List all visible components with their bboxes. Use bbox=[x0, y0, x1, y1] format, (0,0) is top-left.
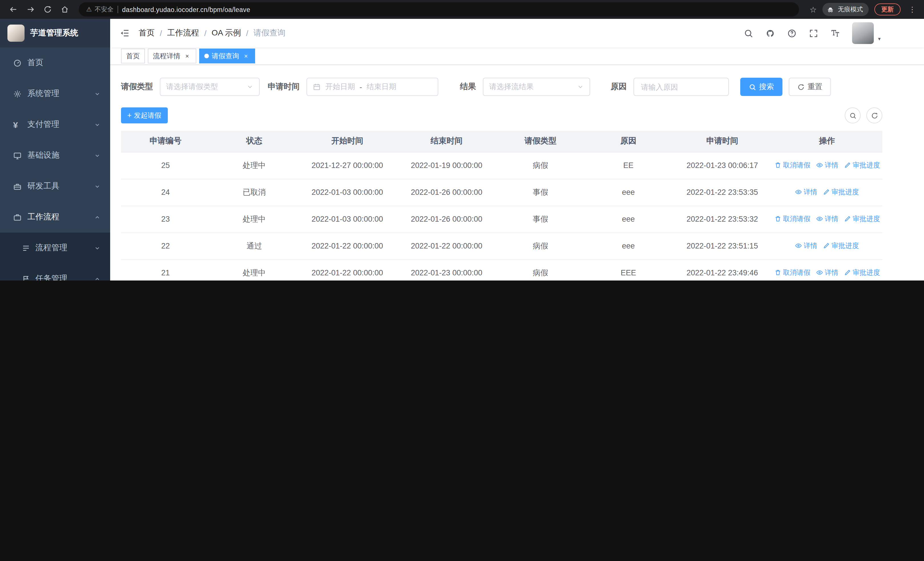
apply-time-range-picker[interactable]: 开始日期 - 结束日期 bbox=[306, 78, 438, 96]
github-icon[interactable] bbox=[766, 28, 776, 38]
cell-apply_time: 2022-01-22 23:49:46 bbox=[673, 259, 772, 281]
detail-action-link[interactable]: 详情 bbox=[816, 161, 838, 170]
leave-type-select[interactable]: 请选择请假类型 bbox=[160, 78, 260, 96]
cell-actions: 取消请假详情审批进度 bbox=[772, 206, 882, 233]
col-operations: 操作 bbox=[772, 131, 882, 152]
reset-button[interactable]: 重置 bbox=[789, 78, 831, 96]
cell-actions: 详情审批进度 bbox=[772, 233, 882, 259]
create-leave-button[interactable]: 发起请假 bbox=[121, 107, 168, 123]
col-reason: 原因 bbox=[584, 131, 673, 152]
flag-icon bbox=[22, 275, 31, 281]
col-apply-time: 申请时间 bbox=[673, 131, 772, 152]
edit-icon bbox=[844, 162, 851, 169]
progress-action-link[interactable]: 审批进度 bbox=[844, 161, 880, 170]
dashboard-icon bbox=[13, 59, 22, 67]
sidebar-item-system[interactable]: 系统管理 bbox=[0, 78, 110, 109]
chrome-update-button[interactable]: 更新 bbox=[874, 3, 901, 15]
chevron-up-icon bbox=[94, 214, 100, 220]
close-icon[interactable] bbox=[242, 52, 250, 60]
start-date-placeholder: 开始日期 bbox=[325, 82, 355, 92]
eye-icon bbox=[816, 162, 823, 169]
edit-icon bbox=[844, 216, 851, 223]
cell-start: 2022-01-22 00:00:00 bbox=[298, 259, 396, 281]
forward-button[interactable] bbox=[23, 2, 38, 17]
search-icon[interactable] bbox=[744, 28, 754, 38]
cell-reason: EE bbox=[584, 152, 673, 179]
cell-status: 处理中 bbox=[210, 259, 298, 281]
fullscreen-icon[interactable] bbox=[809, 28, 819, 38]
caret-down-icon[interactable] bbox=[878, 36, 880, 44]
detail-action-link[interactable]: 详情 bbox=[795, 187, 817, 197]
progress-action-link[interactable]: 审批进度 bbox=[823, 187, 859, 197]
sidebar-item-devtools[interactable]: 研发工具 bbox=[0, 171, 110, 202]
chevron-down-icon bbox=[577, 83, 584, 90]
progress-action-link[interactable]: 审批进度 bbox=[844, 268, 880, 278]
table-row: 25处理中2021-12-27 00:00:002022-01-19 00:00… bbox=[121, 152, 882, 179]
search-form: 请假类型 请选择请假类型 申请时间 开始日期 - 结束日期 结果 请选择流 bbox=[121, 78, 882, 96]
toggle-search-button[interactable] bbox=[844, 107, 861, 123]
font-size-icon[interactable] bbox=[831, 28, 840, 38]
cancel-action-link[interactable]: 取消请假 bbox=[774, 214, 810, 224]
plus-icon bbox=[127, 111, 132, 119]
sidebar-item-home[interactable]: 首页 bbox=[0, 47, 110, 78]
cell-end: 2022-01-26 00:00:00 bbox=[396, 206, 497, 233]
sidebar-item-task-management[interactable]: 任务管理 bbox=[0, 263, 110, 281]
cancel-action-link[interactable]: 取消请假 bbox=[774, 161, 810, 170]
close-icon[interactable] bbox=[183, 52, 191, 60]
refresh-table-button[interactable] bbox=[866, 107, 882, 123]
user-avatar[interactable] bbox=[852, 22, 874, 44]
bookmark-star-icon[interactable] bbox=[806, 5, 820, 14]
cell-apply_time: 2022-01-22 23:51:15 bbox=[673, 233, 772, 259]
sidebar-item-workflow[interactable]: 工作流程 bbox=[0, 202, 110, 233]
cell-id: 24 bbox=[121, 179, 210, 206]
app-title: 芋道管理系统 bbox=[30, 28, 78, 38]
sidebar-item-process-management[interactable]: 流程管理 bbox=[0, 233, 110, 263]
breadcrumb-oa-example[interactable]: OA 示例 bbox=[212, 28, 241, 38]
detail-action-link[interactable]: 详情 bbox=[795, 241, 817, 251]
tab-home[interactable]: 首页 bbox=[121, 48, 145, 63]
chevron-down-icon bbox=[94, 90, 100, 97]
incognito-label: 无痕模式 bbox=[838, 5, 863, 14]
cell-start: 2021-12-27 00:00:00 bbox=[298, 152, 396, 179]
browser-menu-icon[interactable] bbox=[906, 5, 918, 14]
progress-action-link[interactable]: 审批进度 bbox=[844, 214, 880, 224]
cell-type: 病假 bbox=[497, 233, 584, 259]
progress-action-link[interactable]: 审批进度 bbox=[823, 241, 859, 251]
calendar-icon bbox=[313, 83, 321, 91]
search-button[interactable]: 搜索 bbox=[740, 78, 783, 96]
cell-reason: eee bbox=[584, 206, 673, 233]
edit-icon bbox=[823, 242, 830, 250]
delete-icon bbox=[774, 216, 782, 223]
tab-leave-query[interactable]: 请假查询 bbox=[199, 48, 255, 63]
detail-action-link[interactable]: 详情 bbox=[816, 268, 838, 278]
col-start-time: 开始时间 bbox=[298, 131, 396, 152]
edit-icon bbox=[823, 189, 830, 196]
sidebar-collapse-icon[interactable] bbox=[110, 28, 139, 38]
result-select[interactable]: 请选择流结果 bbox=[483, 78, 590, 96]
sidebar-item-infrastructure[interactable]: 基础设施 bbox=[0, 140, 110, 171]
app-root: 不安全 dashboard.yudao.iocoder.cn/bpm/oa/le… bbox=[0, 0, 924, 281]
security-warning[interactable]: 不安全 bbox=[86, 5, 114, 14]
refresh-icon bbox=[871, 112, 878, 119]
reason-input[interactable] bbox=[633, 78, 729, 96]
app-logo: 芋道管理系统 bbox=[0, 19, 110, 47]
tab-process-detail[interactable]: 流程详情 bbox=[148, 48, 196, 63]
home-button[interactable] bbox=[57, 2, 72, 17]
detail-action-link[interactable]: 详情 bbox=[816, 214, 838, 224]
chevron-up-icon bbox=[94, 276, 100, 281]
apply-time-label: 申请时间 bbox=[268, 82, 300, 92]
address-bar[interactable]: 不安全 dashboard.yudao.iocoder.cn/bpm/oa/le… bbox=[79, 2, 799, 17]
breadcrumb-home[interactable]: 首页 bbox=[139, 28, 154, 38]
cancel-action-link[interactable]: 取消请假 bbox=[774, 268, 810, 278]
sidebar-item-payment[interactable]: ¥ 支付管理 bbox=[0, 109, 110, 140]
cell-apply_time: 2022-01-22 23:53:35 bbox=[673, 179, 772, 206]
help-icon[interactable] bbox=[787, 28, 797, 38]
page-url: dashboard.yudao.iocoder.cn/bpm/oa/leave bbox=[122, 6, 250, 13]
reload-button[interactable] bbox=[40, 2, 55, 17]
omnibox-divider bbox=[118, 6, 118, 13]
table-row: 23处理中2022-01-03 00:00:002022-01-26 00:00… bbox=[121, 206, 882, 233]
cell-end: 2022-01-26 00:00:00 bbox=[396, 179, 497, 206]
back-button[interactable] bbox=[6, 2, 21, 17]
cell-reason: eee bbox=[584, 233, 673, 259]
breadcrumb-workflow[interactable]: 工作流程 bbox=[167, 28, 199, 38]
